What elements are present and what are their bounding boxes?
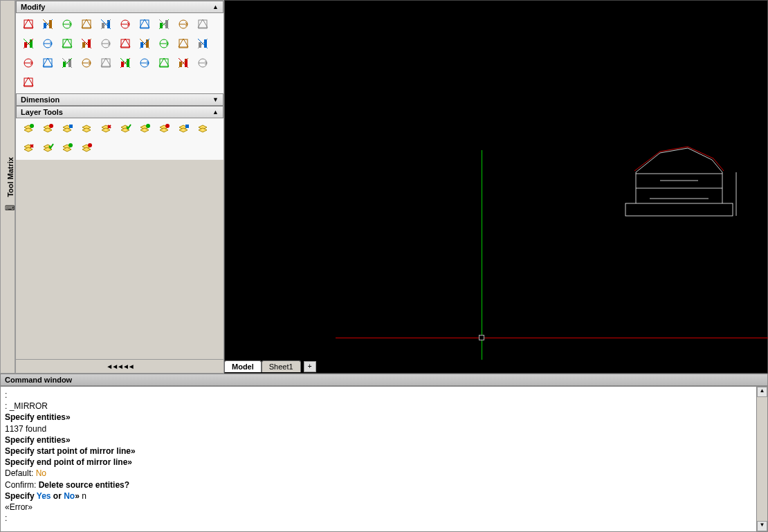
array-icon[interactable] <box>136 16 153 33</box>
edit-icon[interactable] <box>194 35 211 52</box>
layer-tools-panel-header[interactable]: Layer Tools ▲ <box>16 106 223 118</box>
layer-new-icon[interactable] <box>20 121 37 138</box>
svg-rect-4 <box>49 20 52 28</box>
mirror-icon[interactable] <box>78 16 95 33</box>
command-window-title: Command window <box>0 374 768 386</box>
erase-icon[interactable] <box>20 16 37 33</box>
layer-tools-title: Layer Tools <box>21 108 63 116</box>
grid3-icon[interactable] <box>194 55 211 71</box>
scroll-down-button[interactable]: ▼ <box>757 521 767 531</box>
svg-rect-28 <box>88 39 91 48</box>
modify-title: Modify <box>21 3 45 11</box>
hatch-icon[interactable] <box>59 55 75 71</box>
layer-walk-icon[interactable] <box>78 140 95 157</box>
layer-on-icon[interactable] <box>20 140 37 157</box>
stretch-icon[interactable] <box>194 16 211 33</box>
expand-down-icon: ▼ <box>212 96 219 103</box>
cmd-user-input: n <box>80 491 86 501</box>
layer-check-icon[interactable] <box>175 121 192 138</box>
attdef-icon[interactable] <box>98 55 114 71</box>
collapse-up-icon: ▲ <box>212 3 219 10</box>
dimension-title: Dimension <box>21 95 60 104</box>
layer-merge-icon[interactable] <box>59 140 75 157</box>
svg-line-83 <box>688 147 713 158</box>
scroll-left-icon: ◄◄◄◄◄ <box>106 363 134 370</box>
layer-iso-icon[interactable] <box>136 121 153 138</box>
tab-add-button[interactable]: + <box>304 361 316 372</box>
keyboard-icon: ⌨ <box>5 204 15 214</box>
svg-rect-16 <box>165 20 168 28</box>
svg-rect-40 <box>204 39 207 48</box>
region-icon[interactable] <box>117 55 134 71</box>
cmd-confirm-question: Delete source entities? <box>39 480 129 490</box>
dimension-panel-header[interactable]: Dimension ▼ <box>16 93 223 106</box>
lengthen-icon[interactable] <box>156 35 172 52</box>
cmd-default-value: No <box>36 468 46 478</box>
layer-state2-icon[interactable] <box>98 121 114 138</box>
svg-rect-15 <box>160 23 163 28</box>
svg-line-76 <box>688 148 712 160</box>
svg-rect-52 <box>127 59 129 67</box>
tab-sheet1[interactable]: Sheet1 <box>262 360 301 372</box>
svg-rect-69 <box>625 203 733 216</box>
spline-icon[interactable] <box>136 55 153 71</box>
panel-scroll-footer[interactable]: ◄◄◄◄◄ <box>16 359 223 373</box>
scale-icon[interactable] <box>175 16 192 33</box>
tab-model[interactable]: Model <box>224 360 262 372</box>
modify-panel-header[interactable]: Modify ▲ <box>16 1 223 13</box>
svg-point-61 <box>30 124 34 128</box>
svg-line-81 <box>634 152 660 171</box>
layer-set-icon[interactable] <box>194 121 211 138</box>
layer-delete-icon[interactable] <box>39 140 56 157</box>
check-icon[interactable] <box>20 74 37 91</box>
move-icon[interactable] <box>117 16 134 33</box>
layer-add-icon[interactable] <box>39 121 56 138</box>
fillet2-icon[interactable] <box>117 35 134 52</box>
cmd-prompt: : <box>5 513 763 524</box>
command-window-body[interactable]: : : _MIRROR Specify entities» 1137 found… <box>0 386 768 532</box>
modify-panel-body <box>16 13 223 93</box>
fillet-icon[interactable] <box>98 35 114 52</box>
join-icon[interactable] <box>175 35 192 52</box>
copy-icon[interactable] <box>59 16 75 33</box>
grid2-icon[interactable] <box>175 55 192 71</box>
cmd-error: «Error» <box>5 502 763 513</box>
drawing-canvas[interactable] <box>224 0 768 374</box>
break-icon[interactable] <box>59 35 75 52</box>
grid1-icon[interactable] <box>156 55 172 71</box>
tool-matrix-tab[interactable]: Tool Matrix <box>6 154 15 200</box>
command-scrollbar[interactable]: ▲ ▼ <box>756 386 768 532</box>
svg-rect-3 <box>44 23 46 28</box>
cmd-specify-entities-1: Specify entities» <box>5 412 763 423</box>
svg-point-68 <box>88 143 92 147</box>
block-icon[interactable] <box>78 55 95 71</box>
move2-icon[interactable] <box>39 55 56 71</box>
layer-state1-icon[interactable] <box>78 121 95 138</box>
cmd-option-yes[interactable]: Yes <box>37 491 51 501</box>
cmd-option-no[interactable]: No <box>64 491 75 501</box>
cmd-found-count: 1137 found <box>5 423 763 434</box>
cmd-specify-entities-2: Specify entities» <box>5 434 763 446</box>
vertical-tab-bar: Tool Matrix ⌨ <box>0 0 15 374</box>
cmd-arrow: » <box>75 491 80 501</box>
svg-rect-51 <box>121 62 124 67</box>
rotate-icon[interactable] <box>156 16 172 33</box>
explode-icon[interactable] <box>20 55 37 71</box>
collapse-up-icon: ▲ <box>212 109 219 116</box>
cmd-end-point: Specify end point of mirror line» <box>5 457 763 468</box>
svg-rect-63 <box>69 125 73 128</box>
chamfer-icon[interactable] <box>78 35 95 52</box>
extend-icon[interactable] <box>39 35 56 52</box>
house-drawing <box>622 145 743 221</box>
layer-props-icon[interactable] <box>59 121 75 138</box>
svg-point-67 <box>68 143 73 147</box>
zoom-delete-icon[interactable] <box>39 16 56 33</box>
tool-panel: Modify ▲ Dimension ▼ Layer Tools ▲ ◄◄◄◄◄ <box>15 0 224 374</box>
offset-icon[interactable] <box>98 16 114 33</box>
align-icon[interactable] <box>136 35 153 52</box>
layer-color-icon[interactable] <box>117 121 134 138</box>
svg-line-84 <box>713 158 724 171</box>
scroll-up-button[interactable]: ▲ <box>757 387 767 397</box>
layer-freeze-icon[interactable] <box>156 121 172 138</box>
trim-icon[interactable] <box>20 35 37 52</box>
